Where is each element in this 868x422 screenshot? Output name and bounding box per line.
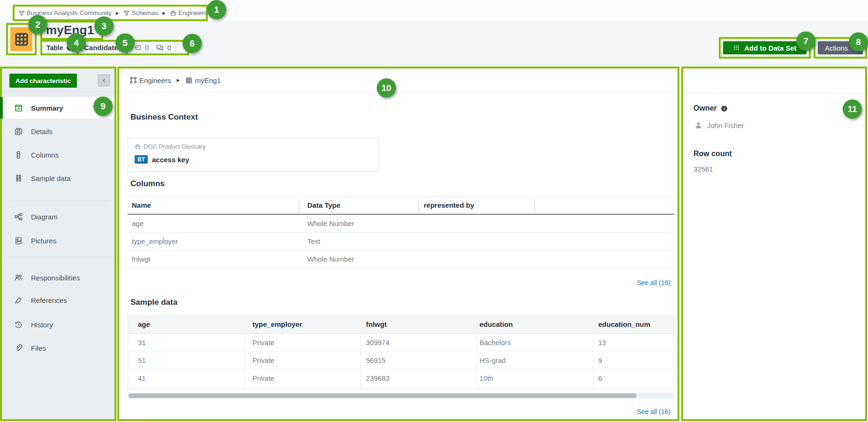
breadcrumb-item-engineers[interactable]: Engineers bbox=[170, 9, 207, 16]
row-count-section: Row count bbox=[693, 150, 732, 158]
community-icon bbox=[123, 10, 130, 16]
sidebar-item-details[interactable]: Details bbox=[2, 121, 114, 142]
column-divider bbox=[418, 199, 419, 213]
asset-breadcrumb: Engineers ▶ myEng1 bbox=[119, 68, 678, 92]
cell: Private bbox=[252, 374, 274, 382]
sidebar: Add characteristic Summary Details Colum… bbox=[0, 67, 116, 421]
breadcrumb-separator-icon: ▶ bbox=[116, 11, 119, 15]
breadcrumb-separator-icon: ▶ bbox=[177, 78, 180, 83]
columns-table-header: Name Data Type represented by bbox=[128, 196, 674, 215]
breadcrumb-separator-icon: ▶ bbox=[162, 11, 166, 15]
column-header: age bbox=[138, 320, 150, 328]
business-term-link[interactable]: access key bbox=[152, 156, 189, 164]
cell: Private bbox=[252, 356, 274, 364]
add-characteristic-button[interactable]: Add characteristic bbox=[9, 74, 77, 88]
sidebar-item-files[interactable]: Files bbox=[2, 337, 114, 359]
references-icon bbox=[14, 296, 23, 305]
sidebar-header: Add characteristic bbox=[2, 68, 114, 92]
glossary-icon bbox=[135, 143, 141, 150]
cell-name: age bbox=[132, 219, 144, 227]
table-row[interactable]: type_employer Text bbox=[128, 233, 674, 250]
column-header[interactable]: represented by bbox=[424, 201, 474, 209]
sidebar-item-history[interactable]: History bbox=[2, 314, 114, 335]
sidebar-item-label: Files bbox=[31, 344, 46, 352]
page-header: Business Analysts Community ▶ Schemas ▶ … bbox=[0, 0, 868, 67]
panel-divider bbox=[683, 93, 865, 93]
chevron-left-icon bbox=[101, 78, 107, 83]
cell: 31 bbox=[138, 339, 146, 347]
breadcrumb-current: myEng1 bbox=[195, 76, 221, 84]
table-row[interactable]: fnlwgt Whole Number bbox=[128, 250, 674, 268]
cell: 56915 bbox=[366, 356, 386, 364]
tag-icon[interactable] bbox=[134, 44, 142, 52]
table-row[interactable]: age Whole Number bbox=[128, 215, 674, 233]
right-panel: Owner John Fisher Row count 32561 bbox=[681, 67, 867, 421]
breadcrumb-label: Engineers bbox=[178, 9, 207, 16]
paperclip-icon bbox=[14, 344, 23, 353]
owner-section: Owner bbox=[693, 104, 728, 113]
columns-heading: Columns bbox=[130, 179, 165, 188]
table-row: 31 Private 309974 Bachelors 13 bbox=[128, 334, 674, 352]
column-header[interactable]: Name bbox=[132, 201, 151, 209]
actions-label: Actions bbox=[825, 44, 848, 52]
sample-table-header: age type_employer fnlwgt education educa… bbox=[128, 316, 674, 334]
cell: 6 bbox=[598, 374, 602, 382]
columns-icon bbox=[14, 151, 23, 159]
columns-see-all-link[interactable]: See all (16) bbox=[637, 279, 670, 286]
horizontal-scrollbar-thumb[interactable] bbox=[129, 393, 637, 398]
pictures-icon bbox=[14, 236, 23, 245]
sidebar-item-columns[interactable]: Columns bbox=[2, 144, 114, 166]
main-content: Engineers ▶ myEng1 Business Context DGC … bbox=[117, 67, 679, 421]
add-to-dataset-button[interactable]: Add to Data Set bbox=[723, 41, 807, 54]
cell: 13 bbox=[598, 339, 606, 347]
annotation-step-9: 9 bbox=[93, 97, 113, 116]
info-icon[interactable] bbox=[721, 105, 728, 112]
history-icon bbox=[14, 320, 23, 329]
sidebar-item-pictures[interactable]: Pictures bbox=[2, 230, 114, 251]
status-badge[interactable]: Candidate bbox=[84, 44, 118, 52]
sample-see-all-link[interactable]: See all (16) bbox=[637, 408, 670, 415]
table-row: 51 Private 56915 HS-grad 9 bbox=[128, 352, 674, 369]
sidebar-divider bbox=[2, 257, 114, 257]
sidebar-collapse-button[interactable] bbox=[98, 74, 110, 87]
row-count-label: Row count bbox=[693, 150, 732, 158]
glossary-source: DGC Product Glossary bbox=[135, 143, 206, 150]
cell-name: fnlwgt bbox=[132, 255, 150, 263]
annotation-step-7: 7 bbox=[796, 31, 815, 51]
horizontal-scrollbar-track[interactable] bbox=[128, 393, 674, 399]
sidebar-item-label: Sample data bbox=[31, 174, 70, 182]
sidebar-item-label: Diagram bbox=[31, 213, 58, 221]
glossary-label: DGC Product Glossary bbox=[144, 143, 206, 150]
sidebar-item-references[interactable]: References bbox=[2, 289, 114, 311]
owner-name: John Fisher bbox=[707, 121, 744, 129]
comment-count: 0 bbox=[168, 44, 171, 52]
glossary-term-row: BT access key bbox=[135, 155, 189, 164]
breadcrumb-parent[interactable]: Engineers bbox=[139, 76, 171, 84]
sidebar-item-sample-data[interactable]: Sample data bbox=[2, 167, 114, 189]
column-header: type_employer bbox=[252, 320, 302, 328]
cell: Private bbox=[252, 339, 274, 347]
responsibilities-icon bbox=[14, 273, 23, 282]
sidebar-item-responsibilities[interactable]: Responsibilities bbox=[2, 267, 114, 288]
details-icon bbox=[14, 127, 23, 136]
breadcrumb-item-schemas[interactable]: Schemas bbox=[123, 9, 158, 16]
annotation-step-1: 1 bbox=[207, 0, 226, 19]
row-count-value: 32561 bbox=[693, 165, 713, 173]
sidebar-item-label: Responsibilities bbox=[31, 274, 80, 282]
column-header: education_num bbox=[598, 320, 650, 328]
owner-label: Owner bbox=[693, 104, 717, 113]
cell-datatype: Whole Number bbox=[307, 219, 354, 227]
annotation-step-6: 6 bbox=[183, 34, 202, 53]
annotation-step-5: 5 bbox=[115, 33, 135, 53]
cell: 51 bbox=[138, 356, 146, 364]
breadcrumb-item-community[interactable]: Business Analysts Community bbox=[18, 9, 112, 16]
cell: 41 bbox=[138, 374, 146, 382]
cell-datatype: Whole Number bbox=[307, 255, 354, 263]
sidebar-item-diagram[interactable]: Diagram bbox=[2, 206, 114, 227]
column-header[interactable]: Data Type bbox=[307, 201, 341, 209]
owner-user[interactable]: John Fisher bbox=[694, 121, 744, 129]
annotation-step-8: 8 bbox=[849, 32, 868, 52]
dataset-icon bbox=[733, 45, 740, 52]
comments-icon[interactable] bbox=[156, 44, 164, 52]
sidebar-item-label: Columns bbox=[31, 151, 59, 159]
